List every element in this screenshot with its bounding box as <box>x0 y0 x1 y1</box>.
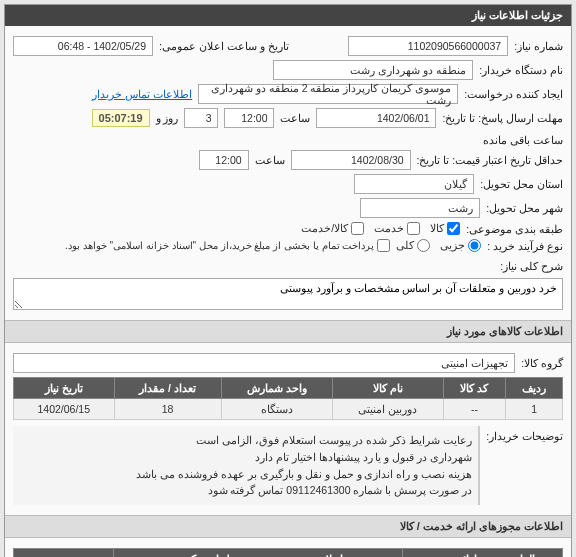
radio-full-label: کلی <box>396 239 414 252</box>
th-name: نام کالا <box>333 378 443 399</box>
purchase-type-label: نوع فرآیند خرید : <box>487 240 563 252</box>
permits-head-row: الزامی بودن ارائه مجوز اعلام وضعیت مجوز … <box>14 549 563 557</box>
permits-table: الزامی بودن ارائه مجوز اعلام وضعیت مجوز … <box>13 548 563 557</box>
cell-date: 1402/06/15 <box>14 399 115 420</box>
items-header: اطلاعات کالاهای مورد نیاز <box>5 320 571 343</box>
validity-label: حداقل تاریخ اعتبار قیمت: تا تاریخ: <box>417 154 563 166</box>
check-goods-service-box[interactable] <box>351 222 364 235</box>
city-label: شهر محل تحویل: <box>486 202 563 214</box>
table-row[interactable]: 1 -- دوربین امنیتی دستگاه 18 1402/06/15 <box>14 399 563 420</box>
cell-unit: دستگاه <box>221 399 333 420</box>
requester-label: ایجاد کننده درخواست: <box>464 88 563 100</box>
reply-deadline-date: 1402/06/01 <box>316 108 436 128</box>
category-checks: کالا خدمت کالا/خدمت <box>301 222 460 235</box>
days-unit: روز و <box>156 112 179 124</box>
need-number-value: 1102090566000037 <box>348 36 508 56</box>
row-requester: ایجاد کننده درخواست: موسوی کریمان کارپرد… <box>13 84 563 104</box>
check-service[interactable]: خدمت <box>374 222 420 235</box>
buyer-notes-box: رعایت شرایط ذکر شده در پیوست استعلام فوق… <box>13 426 480 505</box>
countdown-suffix: ساعت باقی مانده <box>483 134 563 146</box>
payment-note-check[interactable]: پرداخت تمام یا بخشی از مبلغ خرید،از محل … <box>65 239 390 252</box>
check-goods-box[interactable] <box>447 222 460 235</box>
goods-group-value: تجهیزات امنیتی <box>13 353 515 373</box>
purchase-type-radios: جزیی کلی <box>396 239 481 252</box>
requester-value: موسوی کریمان کارپرداز منطقه 2 منطقه دو ش… <box>198 84 458 104</box>
buyer-contact-link[interactable]: اطلاعات تماس خریدار <box>92 88 192 101</box>
check-goods-service[interactable]: کالا/خدمت <box>301 222 364 235</box>
days-left: 3 <box>184 108 218 128</box>
note-line-2: هزینه نصب و راه اندازی و حمل و نقل و بار… <box>19 466 472 483</box>
province-label: استان محل تحویل: <box>480 178 563 190</box>
payment-note-text: پرداخت تمام یا بخشی از مبلغ خرید،از محل … <box>65 240 374 251</box>
cell-code: -- <box>443 399 506 420</box>
cell-name: دوربین امنیتی <box>333 399 443 420</box>
items-table: ردیف کد کالا نام کالا واحد شمارش تعداد /… <box>13 377 563 420</box>
public-announce-value: 1402/05/29 - 06:48 <box>13 36 153 56</box>
row-buyer-notes: توضیحات خریدار: رعایت شرایط ذکر شده در پ… <box>13 426 563 505</box>
th-qty: تعداد / مقدار <box>114 378 221 399</box>
row-province: استان محل تحویل: گیلان <box>13 174 563 194</box>
th-date: تاریخ نیاز <box>14 378 115 399</box>
radio-partial[interactable]: جزیی <box>440 239 481 252</box>
panel-body: شماره نیاز: 1102090566000037 تاریخ و ساع… <box>5 26 571 320</box>
buyer-notes-label: توضیحات خریدار: <box>486 426 563 442</box>
th-unit: واحد شمارش <box>221 378 333 399</box>
th-mandatory: الزامی بودن ارائه مجوز <box>403 549 563 557</box>
radio-full[interactable]: کلی <box>396 239 430 252</box>
panel-title: جزئیات اطلاعات نیاز <box>5 5 571 26</box>
row-validity: حداقل تاریخ اعتبار قیمت: تا تاریخ: 1402/… <box>13 150 563 170</box>
check-goods[interactable]: کالا <box>430 222 460 235</box>
need-desc-label: شرح کلی نیاز: <box>500 256 563 272</box>
row-buyer-org: نام دستگاه خریدار: منطقه دو شهرداری رشت <box>13 60 563 80</box>
public-announce-label: تاریخ و ساعت اعلان عمومی: <box>159 40 289 52</box>
note-line-1: شهرداری در قبول و یا رد پیشنهادها اختیار… <box>19 449 472 466</box>
payment-note-box[interactable] <box>377 239 390 252</box>
row-category: طبقه بندی موضوعی: کالا خدمت کالا/خدمت <box>13 222 563 235</box>
buyer-org-label: نام دستگاه خریدار: <box>479 64 563 76</box>
time-label-1: ساعت <box>280 112 310 124</box>
province-value: گیلان <box>354 174 474 194</box>
check-service-label: خدمت <box>374 222 404 235</box>
check-goods-label: کالا <box>430 222 444 235</box>
permits-body: الزامی بودن ارائه مجوز اعلام وضعیت مجوز … <box>5 538 571 557</box>
items-table-head-row: ردیف کد کالا نام کالا واحد شمارش تعداد /… <box>14 378 563 399</box>
countdown-timer: 05:07:19 <box>92 109 150 127</box>
radio-full-input[interactable] <box>417 239 430 252</box>
reply-deadline-label: مهلت ارسال پاسخ: تا تاریخ: <box>442 112 563 124</box>
radio-partial-input[interactable] <box>468 239 481 252</box>
th-code: کد کالا <box>443 378 506 399</box>
note-line-3: در صورت پرسش با شماره 09112461300 تماس گ… <box>19 482 472 499</box>
row-need-number: شماره نیاز: 1102090566000037 تاریخ و ساع… <box>13 36 563 56</box>
buyer-org-value: منطقه دو شهرداری رشت <box>273 60 473 80</box>
reply-deadline-time: 12:00 <box>224 108 274 128</box>
cell-qty: 18 <box>114 399 221 420</box>
goods-group-label: گروه کالا: <box>521 357 563 369</box>
validity-time: 12:00 <box>199 150 249 170</box>
need-number-label: شماره نیاز: <box>514 40 563 52</box>
row-purchase-type: نوع فرآیند خرید : جزیی کلی پرداخت تمام ی… <box>13 239 563 252</box>
th-status: اعلام وضعیت مجوز توسط تامین کننده <box>114 549 403 557</box>
th-action <box>14 549 114 557</box>
th-row: ردیف <box>506 378 563 399</box>
row-goods-group: گروه کالا: تجهیزات امنیتی <box>13 353 563 373</box>
need-details-panel: جزئیات اطلاعات نیاز شماره نیاز: 11020905… <box>4 4 572 557</box>
row-city: شهر محل تحویل: رشت <box>13 198 563 218</box>
check-service-box[interactable] <box>407 222 420 235</box>
permits-header: اطلاعات مجوزهای ارائه خدمت / کالا <box>5 515 571 538</box>
radio-partial-label: جزیی <box>440 239 465 252</box>
items-body: گروه کالا: تجهیزات امنیتی ردیف کد کالا ن… <box>5 343 571 515</box>
category-label: طبقه بندی موضوعی: <box>466 223 563 235</box>
need-desc-text <box>13 278 563 310</box>
row-reply-deadline: مهلت ارسال پاسخ: تا تاریخ: 1402/06/01 سا… <box>13 108 563 146</box>
check-goods-service-label: کالا/خدمت <box>301 222 348 235</box>
city-value: رشت <box>360 198 480 218</box>
note-line-0: رعایت شرایط ذکر شده در پیوست استعلام فوق… <box>19 432 472 449</box>
validity-date: 1402/08/30 <box>291 150 411 170</box>
row-need-desc: شرح کلی نیاز: <box>13 256 563 310</box>
cell-row: 1 <box>506 399 563 420</box>
time-label-2: ساعت <box>255 154 285 166</box>
